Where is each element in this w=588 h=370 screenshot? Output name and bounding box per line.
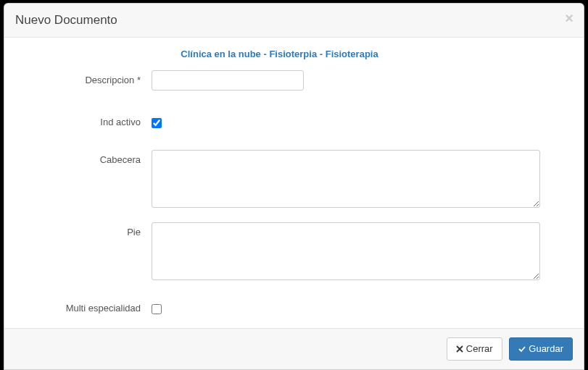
cerrar-label: Cerrar (466, 342, 493, 356)
breadcrumb[interactable]: Clínica en la nube - Fisioterpia - Fisio… (19, 49, 540, 59)
checkbox-ind-activo[interactable] (152, 118, 162, 128)
modal-dialog: Nuevo Documento × Clínica en la nube - F… (4, 3, 584, 370)
row-ind-activo: Ind activo (19, 112, 540, 128)
guardar-label: Guardar (529, 342, 563, 356)
modal-header: Nuevo Documento × (4, 4, 584, 38)
label-cabecera: Cabecera (19, 150, 152, 165)
modal-footer: Cerrar Guardar (4, 328, 584, 369)
close-x-icon (456, 345, 463, 353)
modal-body: Clínica en la nube - Fisioterpia - Fisio… (4, 38, 584, 328)
row-pie: Pie (19, 222, 540, 280)
input-descripcion[interactable] (152, 70, 304, 91)
modal-title: Nuevo Documento (15, 12, 573, 28)
guardar-button[interactable]: Guardar (509, 337, 573, 361)
cerrar-button[interactable]: Cerrar (447, 337, 502, 361)
label-ind-activo: Ind activo (19, 112, 152, 127)
textarea-cabecera[interactable] (152, 150, 540, 208)
label-multi-especialidad: Multi especialidad (19, 298, 152, 314)
textarea-pie[interactable] (152, 222, 540, 280)
label-pie: Pie (19, 222, 152, 237)
checkbox-multi-especialidad[interactable] (152, 304, 162, 314)
close-icon[interactable]: × (565, 11, 573, 25)
row-multi-especialidad: Multi especialidad (19, 298, 540, 314)
row-cabecera: Cabecera (19, 150, 540, 208)
label-descripcion: Descripcion * (19, 70, 152, 85)
row-descripcion: Descripcion * (19, 70, 540, 91)
check-icon (518, 345, 526, 353)
